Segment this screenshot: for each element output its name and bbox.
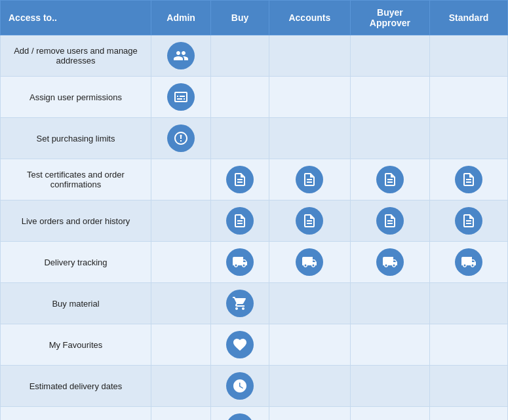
cell-standard: [430, 324, 508, 366]
table-row: Assign user permissions: [1, 77, 508, 118]
cell-buyer_approver: [350, 77, 429, 118]
truck-icon: [226, 248, 254, 276]
cell-buy: [211, 200, 269, 242]
cell-accounts: [269, 118, 350, 159]
cell-buy: [211, 118, 269, 159]
table-row: My Quotations: [1, 407, 508, 421]
cell-standard: [430, 242, 508, 283]
col-buy: Buy: [211, 1, 269, 35]
cell-admin: [151, 407, 211, 421]
cell-buyer_approver: [350, 159, 429, 200]
cell-standard: [430, 77, 508, 118]
cell-standard: [430, 159, 508, 200]
cell-accounts: [269, 200, 350, 242]
cart-icon: [226, 290, 254, 317]
cell-accounts: [269, 283, 350, 324]
users-icon: [167, 42, 195, 69]
table-row: Test certificates and order confirmation…: [1, 159, 508, 200]
clock-icon: [226, 372, 254, 400]
cell-standard: [430, 200, 508, 242]
permissions-table: Access to.. Admin Buy Accounts Buyer App…: [0, 0, 508, 420]
cell-buyer_approver: [350, 366, 429, 407]
cell-buyer_approver: [350, 242, 429, 283]
table-row: Live orders and order history: [1, 200, 508, 242]
cell-admin: [151, 283, 211, 324]
limits-icon: [167, 124, 195, 152]
cell-buy: [211, 77, 269, 118]
cell-buyer_approver: [350, 200, 429, 242]
cell-admin: [151, 35, 211, 77]
cell-buy: [211, 242, 269, 283]
cell-standard: [430, 35, 508, 77]
cell-accounts: [269, 242, 350, 283]
cell-buy: [211, 283, 269, 324]
cell-accounts: [269, 77, 350, 118]
cell-admin: [151, 324, 211, 366]
cell-admin: [151, 77, 211, 118]
row-label: Set purchasing limits: [1, 118, 151, 159]
col-access: Access to..: [1, 1, 151, 35]
truck-icon: [455, 248, 482, 276]
cell-standard: [430, 407, 508, 421]
truck-icon: [376, 248, 404, 276]
document-icon: [296, 166, 323, 193]
cell-admin: [151, 118, 211, 159]
cell-admin: [151, 159, 211, 200]
row-label: Add / remove users and manage addresses: [1, 35, 151, 77]
cell-buyer_approver: [350, 407, 429, 421]
table-row: Set purchasing limits: [1, 118, 508, 159]
table-row: Buy material: [1, 283, 508, 324]
cell-buyer_approver: [350, 118, 429, 159]
row-label: Test certificates and order confirmation…: [1, 159, 151, 200]
svg-point-0: [180, 135, 182, 137]
cell-accounts: [269, 407, 350, 421]
row-label: Buy material: [1, 283, 151, 324]
cell-standard: [430, 366, 508, 407]
col-standard: Standard: [430, 1, 508, 35]
permissions-icon: [167, 83, 195, 111]
col-accounts: Accounts: [269, 1, 350, 35]
table-row: Estimated delivery dates: [1, 366, 508, 407]
table-row: My Favourites: [1, 324, 508, 366]
table-row: Add / remove users and manage addresses: [1, 35, 508, 77]
col-admin: Admin: [151, 1, 211, 35]
cell-accounts: [269, 366, 350, 407]
cell-buy: [211, 324, 269, 366]
document-icon: [296, 207, 323, 235]
cell-buy: [211, 366, 269, 407]
heart-icon: [226, 331, 254, 358]
cell-accounts: [269, 35, 350, 77]
cell-standard: [430, 283, 508, 324]
row-label: Estimated delivery dates: [1, 366, 151, 407]
cell-admin: [151, 366, 211, 407]
row-label: Live orders and order history: [1, 200, 151, 242]
cell-accounts: [269, 159, 350, 200]
cell-admin: [151, 242, 211, 283]
cell-admin: [151, 200, 211, 242]
row-label: My Quotations: [1, 407, 151, 421]
cell-buyer_approver: [350, 283, 429, 324]
table-row: Delivery tracking: [1, 242, 508, 283]
document-icon: [376, 207, 404, 235]
col-buyer-approver: Buyer Approver: [350, 1, 429, 35]
document-icon: [455, 207, 482, 235]
cell-buy: [211, 159, 269, 200]
document-icon: [376, 166, 404, 193]
quotation-icon: [226, 413, 254, 420]
cell-buy: [211, 35, 269, 77]
cell-standard: [430, 118, 508, 159]
row-label: Delivery tracking: [1, 242, 151, 283]
cell-buy: [211, 407, 269, 421]
cell-buyer_approver: [350, 324, 429, 366]
row-label: My Favourites: [1, 324, 151, 366]
cell-buyer_approver: [350, 35, 429, 77]
document-icon: [226, 207, 254, 235]
document-icon: [455, 166, 482, 193]
row-label: Assign user permissions: [1, 77, 151, 118]
document-icon: [226, 166, 254, 193]
cell-accounts: [269, 324, 350, 366]
truck-icon: [296, 248, 323, 276]
